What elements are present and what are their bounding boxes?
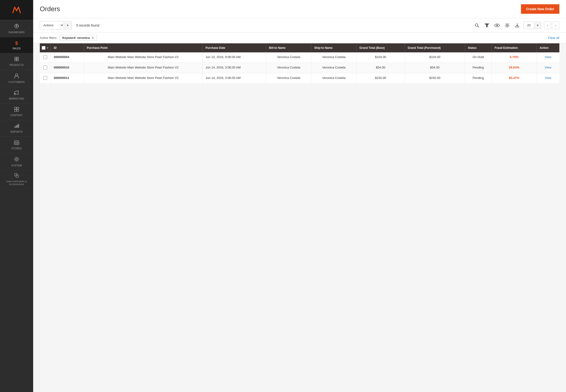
svg-point-2: [16, 25, 17, 27]
row-checkbox[interactable]: [43, 66, 47, 70]
cell-purchase-date: Jun 14, 2016, 3:06:00 AM: [203, 73, 266, 84]
svg-point-22: [16, 158, 17, 160]
content-icon: [14, 107, 19, 113]
sidebar-item-stores[interactable]: STORES: [0, 137, 33, 153]
sidebar-item-label-dashboard: DASHBOARD: [9, 31, 25, 34]
clear-all-button[interactable]: Clear all: [548, 36, 559, 40]
th-checkbox: ▼: [40, 43, 51, 52]
cell-ship-to-name: Veronica Costela: [311, 52, 357, 63]
orders-table: ▼ ID Purchase Point Purchase Date Bill-t…: [40, 43, 559, 84]
cell-grand-total-purchased: $54.00: [405, 63, 465, 73]
action-view-link[interactable]: View: [545, 66, 551, 69]
marketing-icon: [14, 90, 19, 96]
sidebar-item-content[interactable]: CONTENT: [0, 104, 33, 120]
cell-status: Pending: [465, 73, 492, 84]
cell-bill-to-name: Veronica Costela: [266, 52, 311, 63]
cell-action: View: [537, 63, 559, 73]
reports-icon: [14, 124, 19, 129]
filter-tag-text: Keyword: veronica: [62, 36, 90, 40]
svg-rect-14: [15, 126, 15, 128]
cell-ship-to-name: Veronica Costela: [311, 63, 357, 73]
table-header-row: ▼ ID Purchase Point Purchase Date Bill-t…: [40, 43, 559, 52]
svg-point-30: [506, 24, 508, 26]
cell-grand-total-purchased: $150.00: [405, 73, 465, 84]
records-count: 5 records found: [76, 24, 471, 27]
cell-grand-total-base: $104.00: [357, 52, 405, 63]
sidebar-item-label-system: SYSTEM: [11, 164, 22, 167]
svg-rect-4: [15, 57, 16, 59]
cell-fraud-estimation: 28.63%: [492, 63, 537, 73]
svg-rect-15: [16, 125, 17, 128]
cell-bill-to-name: Veronica Costela: [266, 63, 311, 73]
th-bill-to-name: Bill-to Name: [266, 43, 311, 52]
cell-purchase-point: Main Website Main Website Store Pearl Fa…: [84, 73, 203, 84]
sidebar-item-reports[interactable]: REPORTS: [0, 120, 33, 137]
th-purchase-point: Purchase Point: [84, 43, 203, 52]
filter-button[interactable]: [483, 23, 490, 28]
page-header: Orders Create New Order: [33, 0, 566, 18]
sidebar-item-marketing[interactable]: MARKETING: [0, 87, 33, 104]
search-button[interactable]: [474, 22, 480, 29]
sidebar-item-sales[interactable]: $ SALES: [0, 37, 33, 53]
toolbar: Actions ▼ 5 records found ▼: [33, 18, 566, 32]
sidebar-item-dashboard[interactable]: DASHBOARD: [0, 20, 33, 37]
cell-status: Pending: [465, 63, 492, 73]
pagination-next-button[interactable]: ›: [552, 22, 559, 29]
cell-purchase-date: Jun 10, 2016, 9:06:00 AM: [203, 52, 266, 63]
table-row: 000000011 Main Website Main Website Stor…: [40, 73, 559, 84]
settings-button[interactable]: [504, 22, 511, 29]
cell-purchase-date: Jun 14, 2016, 3:06:00 AM: [203, 63, 266, 73]
sidebar-item-label-sales: SALES: [13, 47, 21, 50]
th-status: Status: [465, 43, 492, 52]
main-content: Orders Create New Order Actions ▼ 5 reco…: [33, 0, 566, 392]
create-new-order-button[interactable]: Create New Order: [521, 4, 559, 14]
cell-id: 000000004: [51, 52, 84, 63]
th-id: ID: [51, 43, 84, 52]
products-icon: [14, 57, 19, 63]
cell-id: 000000010: [51, 63, 84, 73]
active-filters-label: Active filters:: [40, 36, 57, 40]
cell-action: View: [537, 73, 559, 84]
sidebar-item-label-stores: STORES: [11, 147, 22, 150]
svg-rect-6: [15, 59, 16, 61]
svg-rect-11: [17, 107, 19, 109]
actions-dropdown-button[interactable]: ▼: [64, 22, 71, 29]
sales-icon: $: [15, 41, 18, 46]
per-page-input[interactable]: [524, 22, 534, 29]
cell-purchase-point: Main Website Main Website Store Pearl Fa…: [84, 63, 203, 73]
sidebar-item-find-partners[interactable]: FIND PARTNERS & EXTENSIONS: [0, 170, 33, 188]
action-view-link[interactable]: View: [545, 55, 551, 59]
per-page-dropdown-button[interactable]: ▼: [534, 22, 541, 28]
th-dropdown-arrow[interactable]: ▼: [46, 47, 49, 49]
row-checkbox[interactable]: [43, 76, 47, 80]
sidebar: DASHBOARD $ SALES PRODUCTS CUSTOMERS MAR…: [0, 0, 33, 392]
row-checkbox[interactable]: [43, 55, 47, 59]
sidebar-item-label-products: PRODUCTS: [10, 64, 24, 66]
th-purchase-date: Purchase Date: [203, 43, 266, 52]
cell-fraud-estimation: 65.47%: [492, 73, 537, 84]
sidebar-item-label-content: CONTENT: [10, 114, 23, 117]
sidebar-item-products[interactable]: PRODUCTS: [0, 53, 33, 70]
active-filters-bar: Active filters: Keyword: veronica ✕ Clea…: [33, 32, 566, 43]
sidebar-item-label-reports: REPORTS: [10, 131, 23, 133]
select-all-checkbox[interactable]: [42, 46, 45, 50]
find-partners-icon: [14, 173, 19, 179]
cell-ship-to-name: Veronica Costela: [311, 73, 357, 84]
svg-marker-27: [484, 24, 489, 27]
sidebar-item-system[interactable]: SYSTEM: [0, 153, 33, 170]
filter-remove-button[interactable]: ✕: [91, 36, 94, 40]
cell-purchase-point: Main Website Main Website Store Pearl Fa…: [84, 52, 203, 63]
sidebar-item-customers[interactable]: CUSTOMERS: [0, 70, 33, 87]
table-row: 000000010 Main Website Main Website Stor…: [40, 63, 559, 73]
view-button[interactable]: [494, 23, 501, 28]
svg-rect-5: [17, 57, 18, 59]
sidebar-item-label-customers: CUSTOMERS: [9, 81, 25, 84]
export-button[interactable]: [514, 22, 521, 29]
table-container: ▼ ID Purchase Point Purchase Date Bill-t…: [33, 43, 566, 392]
pagination-prev-button[interactable]: ‹: [544, 22, 551, 29]
action-view-link[interactable]: View: [545, 76, 551, 80]
sidebar-item-label-find-partners: FIND PARTNERS & EXTENSIONS: [2, 180, 31, 186]
actions-select[interactable]: Actions: [40, 21, 64, 29]
cell-fraud-estimation: 5.75%: [492, 52, 537, 63]
dashboard-icon: [14, 24, 19, 30]
